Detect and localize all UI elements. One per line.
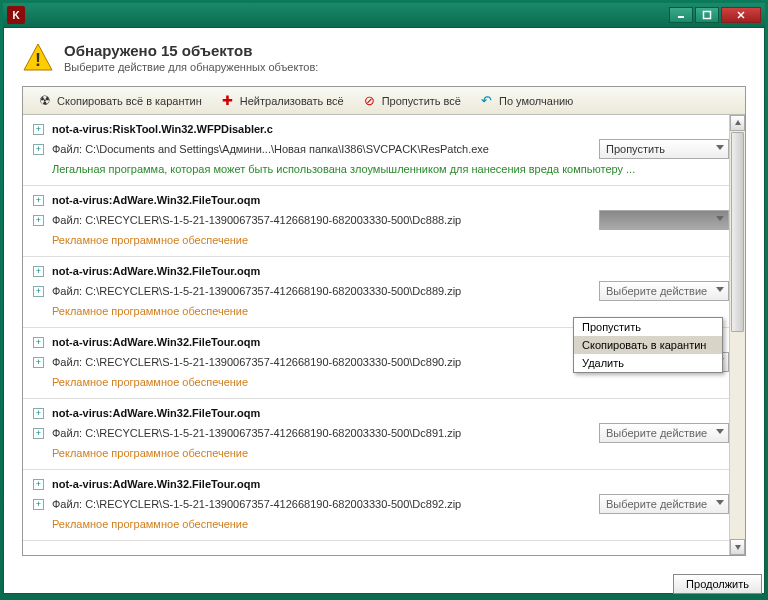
header: ! Обнаружено 15 объектов Выберите действ… [22,42,746,74]
toolbar-label: Пропустить всё [382,95,461,107]
threat-description: Рекламное программное обеспечение [33,305,729,317]
action-select[interactable] [599,210,729,230]
minimize-button[interactable] [669,7,693,23]
header-text: Обнаружено 15 объектов Выберите действие… [64,42,318,74]
warning-icon: ! [22,42,54,74]
item-header-row: +not-a-virus:AdWare.Win32.FileTour.oqm [33,194,729,206]
default-button[interactable]: ↶ По умолчанию [471,90,581,112]
app-logo-icon: K [7,6,25,24]
chevron-down-icon [716,145,724,150]
expand-icon[interactable]: + [33,428,44,439]
toolbar: ☢ Скопировать всё в карантин ✚ Нейтрализ… [23,87,745,115]
app-window: K ! Обнаружено 15 объектов Выберите дейс… [0,0,768,600]
toolbar-label: Нейтрализовать всё [240,95,344,107]
threat-name: not-a-virus:AdWare.Win32.FileTour.oqm [52,265,260,277]
page-title: Обнаружено 15 объектов [64,42,318,59]
scroll-up-button[interactable] [730,115,745,131]
item-header-row: +not-a-virus:AdWare.Win32.FileTour.oqm [33,265,729,277]
chevron-down-icon [716,287,724,292]
file-path: Файл: C:\RECYCLER\S-1-5-21-1390067357-41… [52,285,591,297]
continue-button[interactable]: Продолжить [673,574,762,594]
expand-icon[interactable]: + [33,215,44,226]
page-subtitle: Выберите действие для обнаруженных объек… [64,61,318,73]
detection-list-box: ☢ Скопировать всё в карантин ✚ Нейтрализ… [22,86,746,556]
neutralize-all-button[interactable]: ✚ Нейтрализовать всё [212,90,352,112]
threat-description: Рекламное программное обеспечение [33,376,729,388]
expand-icon[interactable]: + [33,195,44,206]
action-select[interactable]: Выберите действие [599,281,729,301]
expand-icon[interactable]: + [33,337,44,348]
item-path-row: +Файл: C:\RECYCLER\S-1-5-21-1390067357-4… [33,494,729,514]
chevron-down-icon [716,500,724,505]
threat-name: not-a-virus:RiskTool.Win32.WFPDisabler.c [52,123,273,135]
expand-icon[interactable]: + [33,124,44,135]
svg-rect-1 [704,12,711,19]
expand-icon[interactable]: + [33,357,44,368]
expand-icon[interactable]: + [33,266,44,277]
quarantine-all-button[interactable]: ☢ Скопировать всё в карантин [29,90,210,112]
dropdown-option-quarantine[interactable]: Скопировать в карантин [574,336,722,354]
threat-name: not-a-virus:AdWare.Win32.FileTour.oqm [52,407,260,419]
scroll-thumb[interactable] [731,132,744,332]
expand-icon[interactable]: + [33,499,44,510]
footer: Продолжить [673,574,762,594]
item-header-row: +not-a-virus:RiskTool.Win32.WFPDisabler.… [33,123,729,135]
scroll-down-button[interactable] [730,539,745,555]
threat-description: Легальная программа, которая может быть … [33,163,729,175]
file-path: Файл: C:\RECYCLER\S-1-5-21-1390067357-41… [52,427,591,439]
action-select[interactable]: Выберите действие [599,494,729,514]
item-header-row: +not-a-virus:AdWare.Win32.FileTour.oqm [33,478,729,490]
threat-description: Рекламное программное обеспечение [33,234,729,246]
close-button[interactable] [721,7,761,23]
dropdown-option-delete[interactable]: Удалить [574,354,722,372]
expand-icon[interactable]: + [33,479,44,490]
expand-icon[interactable]: + [33,144,44,155]
item-path-row: +Файл: C:\Documents and Settings\Админи.… [33,139,729,159]
svg-marker-7 [735,545,741,550]
threat-name: not-a-virus:AdWare.Win32.FileTour.oqm [52,478,260,490]
file-path: Файл: C:\RECYCLER\S-1-5-21-1390067357-41… [52,214,591,226]
titlebar: K [3,3,765,27]
vertical-scrollbar[interactable] [729,115,745,555]
expand-icon[interactable]: + [33,286,44,297]
content-area: ! Обнаружено 15 объектов Выберите действ… [3,27,765,594]
detection-item: +not-a-virus:AdWare.Win32.FileTour.oqm+Ф… [23,399,743,470]
undo-icon: ↶ [479,93,495,109]
svg-marker-6 [735,120,741,125]
detection-item: +not-a-virus:AdWare.Win32.FileTour.oqm+Ф… [23,470,743,541]
chevron-down-icon [716,216,724,221]
toolbar-label: Скопировать всё в карантин [57,95,202,107]
action-select[interactable]: Пропустить [599,139,729,159]
item-path-row: +Файл: C:\RECYCLER\S-1-5-21-1390067357-4… [33,423,729,443]
action-dropdown-menu: Пропустить Скопировать в карантин Удалит… [573,317,723,373]
file-path: Файл: C:\RECYCLER\S-1-5-21-1390067357-41… [52,498,591,510]
svg-text:!: ! [35,50,41,70]
threat-name: not-a-virus:AdWare.Win32.FileTour.oqm [52,194,260,206]
expand-icon[interactable]: + [33,408,44,419]
action-select[interactable]: Выберите действие [599,423,729,443]
medical-icon: ✚ [220,93,236,109]
dropdown-option-skip[interactable]: Пропустить [574,318,722,336]
maximize-button[interactable] [695,7,719,23]
detection-item: +not-a-virus:RiskTool.Win32.WFPDisabler.… [23,115,743,186]
file-path: Файл: C:\RECYCLER\S-1-5-21-1390067357-41… [52,356,591,368]
threat-description: Рекламное программное обеспечение [33,518,729,530]
item-path-row: +Файл: C:\RECYCLER\S-1-5-21-1390067357-4… [33,210,729,230]
item-path-row: +Файл: C:\RECYCLER\S-1-5-21-1390067357-4… [33,281,729,301]
skip-all-button[interactable]: ⊘ Пропустить всё [354,90,469,112]
item-header-row: +not-a-virus:AdWare.Win32.FileTour.oqm [33,407,729,419]
toolbar-label: По умолчанию [499,95,573,107]
threat-name: not-a-virus:AdWare.Win32.FileTour.oqm [52,336,260,348]
file-path: Файл: C:\Documents and Settings\Админи..… [52,143,591,155]
detection-item: +not-a-virus:AdWare.Win32.FileTour.oqm+Ф… [23,186,743,257]
window-controls [669,7,761,23]
radiation-icon: ☢ [37,93,53,109]
threat-description: Рекламное программное обеспечение [33,447,729,459]
chevron-down-icon [716,429,724,434]
prohibit-icon: ⊘ [362,93,378,109]
